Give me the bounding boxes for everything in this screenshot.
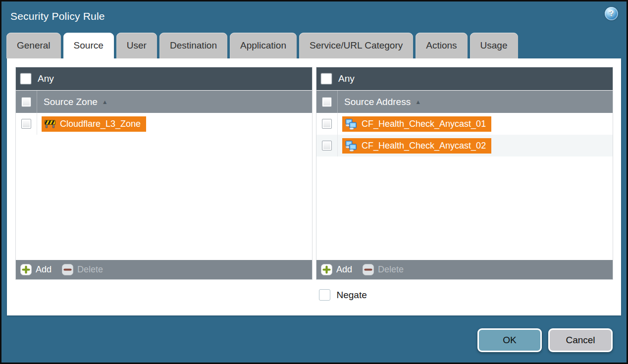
source-address-sort-header[interactable]: Source Address ▲ bbox=[338, 97, 421, 107]
source-zone-any-label: Any bbox=[38, 73, 54, 84]
delete-label: Delete bbox=[77, 264, 103, 275]
add-button[interactable]: Add bbox=[321, 264, 352, 275]
source-address-select-all-checkbox[interactable] bbox=[322, 97, 332, 107]
source-address-item[interactable]: CF_Health_Check_Anycast_01 bbox=[342, 116, 491, 132]
source-zone-select-all-checkbox[interactable] bbox=[21, 97, 31, 107]
sort-ascending-icon: ▲ bbox=[415, 99, 421, 105]
add-button[interactable]: Add bbox=[20, 264, 52, 275]
select-all-cell bbox=[16, 91, 37, 113]
minus-icon bbox=[363, 264, 374, 275]
source-address-panel: Any Source Address ▲ bbox=[316, 67, 613, 280]
item-label: Cloudflare_L3_Zone bbox=[60, 119, 141, 129]
security-policy-rule-dialog: Security Policy Rule ? General Source Us… bbox=[0, 0, 628, 364]
delete-button[interactable]: Delete bbox=[363, 264, 404, 275]
delete-label: Delete bbox=[378, 264, 404, 275]
table-row: CF_Health_Check_Anycast_02 bbox=[316, 135, 613, 156]
plus-icon bbox=[321, 264, 332, 275]
select-all-cell bbox=[316, 91, 338, 113]
source-zone-sort-header[interactable]: Source Zone ▲ bbox=[37, 97, 108, 107]
source-address-any-bar: Any bbox=[316, 67, 613, 90]
source-address-any-checkbox[interactable] bbox=[321, 73, 332, 84]
source-zone-panel: Any Source Zone ▲ bbox=[15, 67, 313, 280]
dialog-title: Security Policy Rule bbox=[10, 10, 105, 22]
column-title: Source Zone bbox=[44, 97, 98, 107]
negate-control: Negate bbox=[314, 289, 614, 301]
tab-service-url-category[interactable]: Service/URL Category bbox=[299, 33, 413, 58]
dialog-action-bar: OK Cancel bbox=[477, 328, 613, 352]
tab-source[interactable]: Source bbox=[63, 33, 114, 58]
tab-actions[interactable]: Actions bbox=[416, 33, 467, 58]
source-zone-item[interactable]: Cloudflare_L3_Zone bbox=[42, 116, 146, 132]
sort-ascending-icon: ▲ bbox=[102, 99, 108, 105]
tab-bar: General Source User Destination Applicat… bbox=[1, 33, 627, 58]
column-title: Source Address bbox=[344, 97, 411, 107]
add-label: Add bbox=[336, 264, 352, 275]
row-checkbox[interactable] bbox=[322, 141, 332, 151]
tab-general[interactable]: General bbox=[6, 33, 61, 58]
tab-usage[interactable]: Usage bbox=[470, 33, 518, 58]
source-zone-list: Cloudflare_L3_Zone bbox=[16, 113, 312, 260]
table-row: Cloudflare_L3_Zone bbox=[16, 113, 312, 135]
tab-application[interactable]: Application bbox=[230, 33, 297, 58]
address-icon bbox=[345, 140, 358, 152]
negate-label: Negate bbox=[337, 290, 367, 301]
plus-icon bbox=[20, 264, 32, 275]
delete-button[interactable]: Delete bbox=[62, 264, 103, 275]
source-address-item[interactable]: CF_Health_Check_Anycast_02 bbox=[342, 138, 491, 154]
add-label: Add bbox=[36, 264, 52, 275]
source-zone-any-bar: Any bbox=[16, 67, 312, 90]
source-zone-column-header: Source Zone ▲ bbox=[16, 90, 312, 113]
source-address-any-label: Any bbox=[338, 73, 355, 84]
table-row: CF_Health_Check_Anycast_01 bbox=[316, 113, 613, 135]
source-address-list: CF_Health_Check_Anycast_01 bbox=[316, 113, 613, 260]
row-checkbox-cell bbox=[316, 135, 338, 156]
row-checkbox[interactable] bbox=[21, 119, 31, 129]
source-zone-toolbar: Add Delete bbox=[16, 260, 312, 279]
row-checkbox[interactable] bbox=[322, 119, 332, 129]
item-label: CF_Health_Check_Anycast_02 bbox=[362, 141, 486, 151]
ok-button[interactable]: OK bbox=[477, 328, 542, 352]
source-tab-content: Any Source Zone ▲ bbox=[7, 58, 621, 315]
address-icon bbox=[345, 118, 358, 130]
minus-icon bbox=[62, 264, 73, 275]
source-address-column-header: Source Address ▲ bbox=[316, 90, 613, 113]
help-icon[interactable]: ? bbox=[605, 7, 618, 20]
row-checkbox-cell bbox=[16, 113, 37, 135]
source-address-toolbar: Add Delete bbox=[316, 260, 613, 279]
dialog-titlebar: Security Policy Rule ? bbox=[1, 1, 627, 33]
tab-user[interactable]: User bbox=[116, 33, 157, 58]
item-label: CF_Health_Check_Anycast_01 bbox=[362, 119, 486, 129]
row-checkbox-cell bbox=[316, 113, 338, 135]
negate-checkbox[interactable] bbox=[319, 289, 330, 301]
source-zone-any-checkbox[interactable] bbox=[20, 73, 31, 84]
tab-destination[interactable]: Destination bbox=[159, 33, 227, 58]
zone-icon bbox=[44, 119, 56, 129]
cancel-button[interactable]: Cancel bbox=[548, 328, 613, 352]
